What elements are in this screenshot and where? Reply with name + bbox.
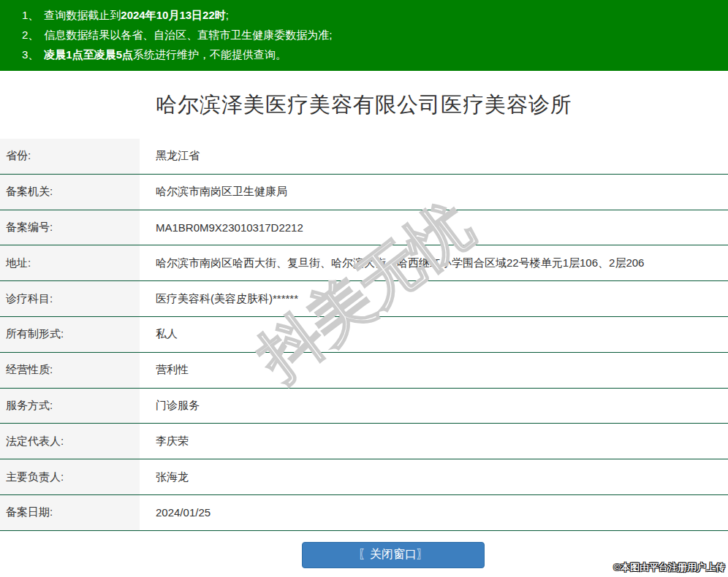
field-value: 医疗美容科(美容皮肤科)****** bbox=[145, 281, 728, 316]
table-row-record-authority: 备案机关: 哈尔滨市南岗区卫生健康局 bbox=[0, 175, 728, 210]
notice-bar: 1、查询数据截止到2024年10月13日22时; 2、信息数据结果以各省、自治区… bbox=[0, 0, 728, 71]
field-value: 哈尔滨市南岗区哈西大街、复旦街、哈尔滨大街、哈西继红小学围合区域22号楼单元1层… bbox=[145, 245, 728, 280]
notice-number: 2、 bbox=[22, 28, 39, 41]
field-label: 省份: bbox=[0, 139, 145, 174]
record-table: 省份: 黑龙江省 备案机关: 哈尔滨市南岗区卫生健康局 备案编号: MA1BR0… bbox=[0, 139, 728, 531]
notice-text-pre: 信息数据结果以各省、自治区、直辖市卫生健康委数据为准; bbox=[44, 28, 332, 41]
field-value: 2024/01/25 bbox=[145, 495, 728, 530]
notice-text-bold: 2024年10月13日22时 bbox=[121, 9, 225, 21]
notice-number: 3、 bbox=[22, 48, 39, 61]
page-title: 哈尔滨泽美医疗美容有限公司医疗美容诊所 bbox=[156, 91, 572, 120]
field-value: 营利性 bbox=[145, 353, 728, 388]
field-label: 备案编号: bbox=[0, 210, 145, 245]
table-row-address: 地址: 哈尔滨市南岗区哈西大街、复旦街、哈尔滨大街、哈西继红小学围合区域22号楼… bbox=[0, 245, 728, 281]
field-value: MA1BR0M9X23010317D2212 bbox=[145, 210, 728, 245]
notice-number: 1、 bbox=[22, 9, 39, 21]
field-value: 李庆荣 bbox=[145, 424, 728, 459]
notice-item-2: 2、信息数据结果以各省、自治区、直辖市卫生健康委数据为准; bbox=[22, 25, 721, 45]
notice-list: 1、查询数据截止到2024年10月13日22时; 2、信息数据结果以各省、自治区… bbox=[22, 5, 721, 64]
table-row-record-date: 备案日期: 2024/01/25 bbox=[0, 495, 728, 531]
field-value: 私人 bbox=[145, 317, 728, 352]
field-value: 张海龙 bbox=[145, 459, 728, 494]
field-label: 法定代表人: bbox=[0, 424, 145, 459]
field-label: 服务方式: bbox=[0, 389, 145, 424]
notice-item-1: 1、查询数据截止到2024年10月13日22时; bbox=[22, 5, 721, 25]
notice-text-post: 系统进行维护，不能提供查询。 bbox=[133, 48, 287, 61]
table-row-main-person-in-charge: 主要负责人: 张海龙 bbox=[0, 459, 728, 495]
field-label: 经营性质: bbox=[0, 353, 145, 388]
notice-text-bold: 凌晨1点至凌晨5点 bbox=[44, 48, 133, 61]
table-row-legal-representative: 法定代表人: 李庆荣 bbox=[0, 424, 728, 459]
field-label: 备案机关: bbox=[0, 175, 145, 210]
table-row-business-nature: 经营性质: 营利性 bbox=[0, 353, 728, 389]
table-row-service-mode: 服务方式: 门诊服务 bbox=[0, 389, 728, 424]
title-area: 哈尔滨泽美医疗美容有限公司医疗美容诊所 bbox=[0, 71, 728, 139]
field-value: 黑龙江省 bbox=[145, 139, 728, 174]
close-window-button[interactable]: 〖关闭窗口〗 bbox=[302, 542, 485, 568]
field-label: 诊疗科目: bbox=[0, 281, 145, 316]
field-label: 备案日期: bbox=[0, 495, 145, 530]
table-row-record-number: 备案编号: MA1BR0M9X23010317D2212 bbox=[0, 210, 728, 246]
table-row-province: 省份: 黑龙江省 bbox=[0, 139, 728, 175]
notice-item-3: 3、凌晨1点至凌晨5点系统进行维护，不能提供查询。 bbox=[22, 45, 721, 64]
field-label: 所有制形式: bbox=[0, 317, 145, 352]
field-value: 门诊服务 bbox=[145, 389, 728, 424]
field-value: 哈尔滨市南岗区卫生健康局 bbox=[145, 175, 728, 210]
notice-text-pre: 查询数据截止到 bbox=[44, 9, 121, 21]
button-row: 〖关闭窗口〗 bbox=[0, 542, 728, 568]
field-label: 主要负责人: bbox=[0, 459, 145, 494]
notice-text-post: ; bbox=[226, 9, 229, 21]
table-row-medical-subjects: 诊疗科目: 医疗美容科(美容皮肤科)****** bbox=[0, 281, 728, 317]
table-row-ownership-form: 所有制形式: 私人 bbox=[0, 317, 728, 353]
field-label: 地址: bbox=[0, 245, 145, 280]
